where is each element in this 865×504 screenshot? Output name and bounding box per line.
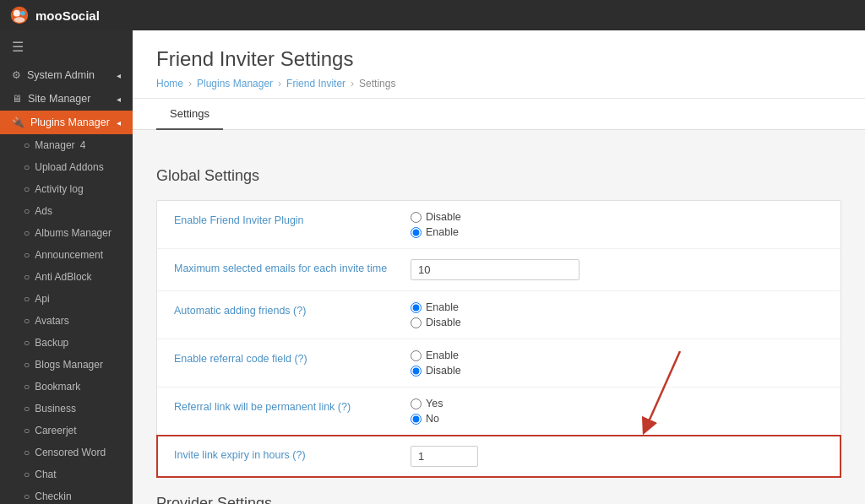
breadcrumb-sep-1: › (188, 78, 192, 89)
field-label-permanent: Referral link will be permanent link (?) (174, 398, 411, 415)
field-control-enable-plugin: Disable Enable (411, 211, 824, 238)
sidebar-sub-careerjet[interactable]: ○ Careerjet (0, 420, 133, 442)
sidebar-sub-announcement[interactable]: ○ Announcement (0, 244, 133, 266)
sidebar-sub-albums-manager[interactable]: ○ Albums Manager (0, 222, 133, 244)
sub-icon: ○ (24, 205, 30, 217)
radio-yes-input[interactable] (411, 398, 422, 409)
sidebar-sub-avatars[interactable]: ○ Avatars (0, 310, 133, 332)
sub-label: Backup (35, 337, 68, 349)
breadcrumb-current: Settings (359, 78, 395, 89)
field-expiry-hours: Invite link expiry in hours (?) (157, 436, 841, 477)
radio-auto-enable[interactable]: Enable (411, 301, 824, 313)
sub-icon: ○ (24, 315, 30, 327)
sidebar-sub-anti-adblock[interactable]: ○ Anti AdBlock (0, 266, 133, 288)
global-settings-title: Global Settings (156, 167, 841, 185)
sidebar-sub-activity-log[interactable]: ○ Activity log (0, 178, 133, 200)
radio-no[interactable]: No (411, 413, 824, 425)
sub-icon: ○ (24, 359, 30, 371)
sub-label: Business (35, 403, 76, 415)
radio-disable-label: Disable (426, 211, 461, 223)
radio-enable-label: Enable (426, 226, 459, 238)
breadcrumb-plugins-manager[interactable]: Plugins Manager (197, 78, 273, 89)
sidebar-sub-api[interactable]: ○ Api (0, 288, 133, 310)
radio-ref-enable-input[interactable] (411, 350, 422, 361)
breadcrumb-friend-inviter[interactable]: Friend Inviter (286, 78, 345, 89)
main-content: Friend Inviter Settings Home › Plugins M… (133, 30, 865, 504)
sub-icon: ○ (24, 227, 30, 239)
sub-icon: ○ (24, 447, 30, 458)
sub-icon: ○ (24, 403, 30, 415)
radio-ref-disable[interactable]: Disable (411, 365, 824, 377)
radio-ref-disable-input[interactable] (411, 366, 422, 377)
sub-label: Careerjet (35, 425, 76, 436)
sidebar-item-plugins-manager[interactable]: 🔌 Plugins Manager ◂ (0, 111, 133, 134)
radio-no-input[interactable] (411, 414, 422, 425)
max-emails-input[interactable] (411, 259, 579, 280)
sidebar-item-site-manager[interactable]: 🖥 Site Manager ◂ (0, 87, 133, 111)
sub-label: Albums Manager (35, 227, 112, 239)
radio-ref-enable[interactable]: Enable (411, 350, 824, 361)
chevron-icon: ◂ (117, 118, 121, 127)
breadcrumb-sep-3: › (351, 78, 354, 89)
radio-auto-disable-input[interactable] (411, 317, 422, 328)
expiry-hours-input[interactable] (411, 446, 478, 467)
logo-text: mooSocial (35, 8, 100, 23)
field-referral-code: Enable referral code field (?) Enable Di… (157, 339, 841, 387)
sub-label: Censored Word (35, 447, 106, 458)
sidebar-item-label: System Admin (27, 69, 95, 81)
sidebar-sub-ads[interactable]: ○ Ads (0, 200, 133, 222)
sub-icon: ○ (24, 469, 30, 480)
radio-enable[interactable]: Enable (411, 226, 824, 238)
sub-icon: ○ (24, 381, 30, 393)
field-permanent-link: Referral link will be permanent link (?)… (157, 387, 841, 436)
radio-disable[interactable]: Disable (411, 211, 824, 223)
sidebar-item-system-admin[interactable]: ⚙ System Admin ◂ (0, 63, 133, 87)
sidebar-sub-upload-addons[interactable]: ○ Upload Addons (0, 156, 133, 178)
sidebar-sub-backup[interactable]: ○ Backup (0, 332, 133, 354)
sidebar-sub-bookmark[interactable]: ○ Bookmark (0, 376, 133, 398)
field-enable-plugin: Enable Friend Inviter Plugin Disable Ena… (157, 201, 841, 249)
global-settings-form: Enable Friend Inviter Plugin Disable Ena… (156, 200, 841, 478)
sidebar-sub-checkin[interactable]: ○ Checkin (0, 485, 133, 504)
sub-label: Avatars (35, 315, 68, 327)
field-control-max-emails (411, 259, 824, 280)
manager-badge: 4 (80, 139, 86, 151)
menu-toggle[interactable]: ☰ (0, 30, 133, 63)
sub-label: Anti AdBlock (35, 271, 91, 283)
sub-label: Checkin (35, 490, 71, 502)
field-control-permanent: Yes No (411, 398, 824, 425)
breadcrumb-home[interactable]: Home (156, 78, 183, 89)
tab-bar: Settings (133, 99, 865, 130)
sub-icon: ○ (24, 293, 30, 305)
sidebar-sub-chat[interactable]: ○ Chat (0, 463, 133, 485)
sub-label: Announcement (35, 249, 103, 261)
sidebar-sub-manager[interactable]: ○ Manager 4 (0, 134, 133, 156)
radio-auto-disable[interactable]: Disable (411, 317, 824, 328)
radio-enable-input[interactable] (411, 227, 422, 238)
radio-yes[interactable]: Yes (411, 398, 824, 409)
topbar: mooSocial (0, 0, 865, 30)
sub-label: Manager (35, 139, 74, 151)
sub-icon: ○ (24, 139, 30, 151)
plugins-icon: 🔌 (12, 117, 24, 128)
sidebar-sub-censored-word[interactable]: ○ Censored Word (0, 442, 133, 463)
breadcrumb: Home › Plugins Manager › Friend Inviter … (156, 78, 841, 89)
sidebar-sub-blogs-manager[interactable]: ○ Blogs Manager (0, 354, 133, 376)
sub-label: Blogs Manager (35, 359, 103, 371)
chevron-icon: ◂ (117, 95, 121, 104)
tab-settings[interactable]: Settings (156, 99, 223, 130)
sub-label: Ads (35, 205, 52, 217)
field-label-auto-add: Automatic adding friends (?) (174, 301, 411, 319)
sub-icon: ○ (24, 425, 30, 436)
radio-disable-input[interactable] (411, 212, 422, 223)
sidebar: ☰ ⚙ System Admin ◂ 🖥 Site Manager ◂ 🔌 Pl… (0, 30, 133, 504)
sidebar-item-label: Plugins Manager (30, 117, 110, 128)
sub-icon: ○ (24, 490, 30, 502)
radio-auto-enable-input[interactable] (411, 302, 422, 313)
radio-no-label: No (426, 413, 439, 425)
sub-label: Api (35, 293, 49, 305)
sidebar-sub-business[interactable]: ○ Business (0, 398, 133, 420)
field-control-auto-add: Enable Disable (411, 301, 824, 328)
chevron-icon: ◂ (117, 71, 121, 80)
radio-ref-enable-label: Enable (426, 350, 459, 361)
